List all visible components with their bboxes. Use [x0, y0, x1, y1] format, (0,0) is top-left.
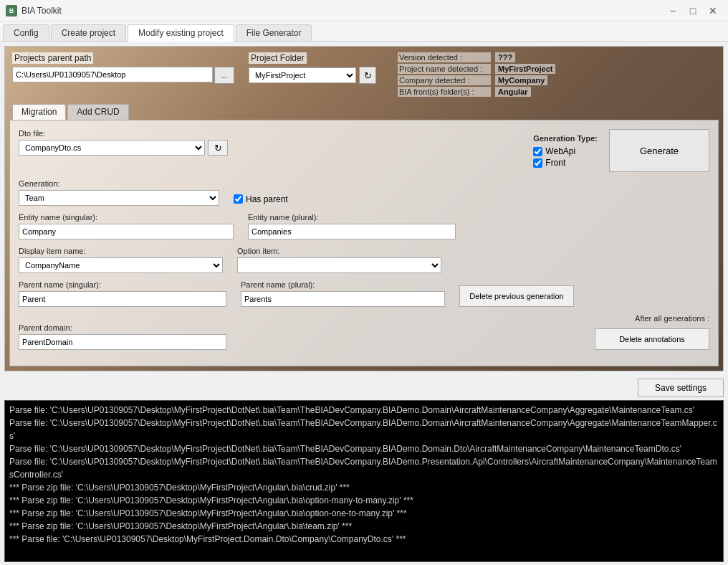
projects-parent-input[interactable] [12, 67, 213, 82]
log-line: *** Parse zip file: 'C:\Users\UP01309057… [9, 520, 719, 533]
after-all-label: After all generations : [635, 314, 709, 323]
parent-domain-group: Parent domain: [19, 323, 226, 350]
bottom-section: Save settings Parse file: 'C:\Users\UP01… [0, 376, 728, 565]
entity-singular-input[interactable] [19, 224, 234, 239]
parent-singular-input[interactable] [19, 291, 226, 307]
has-parent-label: Has parent [246, 194, 288, 204]
tab-config[interactable]: Config [3, 24, 49, 41]
front-row: Front [533, 158, 598, 168]
log-area: Parse file: 'C:\Users\UP01309057\Desktop… [4, 400, 724, 562]
option-item-select[interactable] [237, 257, 441, 273]
version-section: Version detected : ??? Project name dete… [398, 52, 555, 98]
tab-create-project[interactable]: Create project [51, 24, 126, 41]
front-label: Front [545, 158, 565, 168]
dto-row: CompanyDto.cs ↻ [19, 140, 228, 156]
version-detected-value: ??? [495, 52, 515, 62]
form-row-3: Entity name (singular): Entity name (plu… [19, 213, 709, 239]
projects-parent-section: Projects parent path ... [12, 52, 234, 84]
company-label: Company detected : [398, 75, 491, 85]
minimize-button[interactable]: − [664, 3, 682, 19]
log-line: Parse file: 'C:\Users\UP01309057\Desktop… [9, 442, 719, 455]
parent-plural-group: Parent name (plural): [241, 280, 445, 307]
webapi-checkbox[interactable] [533, 147, 542, 156]
webapi-label: WebApi [545, 146, 575, 156]
form-row-4: Display item name: CompanyName Option it… [19, 247, 709, 273]
top-row: Projects parent path ... Project Folder … [5, 47, 723, 101]
form-row-1: Dto file: CompanyDto.cs ↻ [19, 129, 709, 172]
gen-type-section: Generation Type: WebApi Front [533, 133, 598, 168]
parent-domain-label: Parent domain: [19, 323, 226, 332]
front-folder-row: BIA front(s) folder(s) : Angular [398, 87, 555, 97]
maximize-button[interactable]: □ [684, 3, 702, 19]
log-line: *** Parse zip file: 'C:\Users\UP01309057… [9, 494, 719, 507]
tab-modify-existing[interactable]: Modify existing project [128, 24, 234, 42]
main-content: Projects parent path ... Project Folder … [0, 42, 728, 565]
app-icon: B [6, 5, 17, 16]
log-line: *** Parse zip file: 'C:\Users\UP01309057… [9, 507, 719, 520]
project-panel: Projects parent path ... Project Folder … [4, 46, 724, 371]
save-settings-button[interactable]: Save settings [638, 379, 724, 397]
company-row: Company detected : MyCompany [398, 75, 555, 85]
project-name-row: Project name detected : MyFirstProject [398, 64, 555, 74]
save-row: Save settings [4, 379, 724, 397]
inner-tab-migration[interactable]: Migration [12, 104, 66, 120]
version-row: Version detected : ??? [398, 52, 555, 62]
window-controls: − □ ✕ [664, 3, 722, 19]
gen-type-group: Generation Type: WebApi Front [533, 129, 709, 172]
form-area: Dto file: CompanyDto.cs ↻ [9, 120, 719, 366]
parent-plural-input[interactable] [241, 291, 445, 307]
entity-plural-input[interactable] [248, 224, 456, 239]
close-button[interactable]: ✕ [704, 3, 722, 19]
inner-tab-add-crud[interactable]: Add CRUD [67, 104, 128, 120]
delete-annotations-button[interactable]: Delete annotations [595, 328, 709, 350]
dto-file-label: Dto file: [19, 129, 228, 138]
project-name-value: MyFirstProject [495, 64, 555, 74]
parent-plural-label: Parent name (plural): [241, 280, 445, 289]
front-folder-label: BIA front(s) folder(s) : [398, 87, 491, 97]
folder-row: MyFirstProject ↻ [249, 67, 376, 84]
form-row-2: Generation: Team Has parent [19, 179, 709, 206]
delete-prev-gen-button[interactable]: Delete previous generation [459, 285, 574, 307]
generation-label: Generation: [19, 179, 219, 188]
entity-plural-label: Entity name (plural): [248, 213, 456, 222]
generation-select[interactable]: Team [19, 190, 219, 206]
dto-file-group: Dto file: CompanyDto.cs ↻ [19, 129, 228, 156]
gen-type-label: Generation Type: [533, 134, 598, 143]
app-title: BIA Toolkit [21, 6, 62, 16]
parent-singular-group: Parent name (singular): [19, 280, 226, 307]
company-value: MyCompany [495, 75, 547, 85]
generate-button[interactable]: Generate [609, 129, 709, 172]
webapi-row: WebApi [533, 146, 598, 156]
parent-singular-label: Parent name (singular): [19, 280, 226, 289]
log-line: Parse file: 'C:\Users\UP01309057\Desktop… [9, 455, 719, 481]
projects-parent-label: Projects parent path [12, 52, 93, 64]
log-line: Parse file: 'C:\Users\UP01309057\Desktop… [9, 417, 719, 442]
front-checkbox[interactable] [533, 158, 542, 168]
dto-refresh-button[interactable]: ↻ [208, 140, 228, 156]
option-item-label: Option item: [237, 247, 441, 255]
main-tabs-bar: Config Create project Modify existing pr… [0, 22, 728, 42]
entity-plural-group: Entity name (plural): [248, 213, 456, 239]
generation-group: Generation: Team [19, 179, 219, 206]
option-item-group: Option item: [237, 247, 441, 273]
dto-file-select[interactable]: CompanyDto.cs [19, 140, 205, 156]
display-item-select[interactable]: CompanyName [19, 257, 223, 273]
log-line: *** Parse zip file: 'C:\Users\UP01309057… [9, 481, 719, 494]
log-line: Parse file: 'C:\Users\UP01309057\Desktop… [9, 404, 719, 417]
form-row-6: Parent domain: After all generations : D… [19, 314, 709, 350]
project-folder-select[interactable]: MyFirstProject [249, 67, 356, 83]
has-parent-checkbox[interactable] [234, 194, 243, 204]
project-folder-section: Project Folder MyFirstProject ↻ [249, 52, 376, 84]
front-folder-value: Angular [495, 87, 531, 97]
folder-refresh-button[interactable]: ↻ [359, 67, 376, 84]
browse-button[interactable]: ... [214, 67, 234, 84]
title-bar: B BIA Toolkit − □ ✕ [0, 0, 728, 22]
tab-file-generator[interactable]: File Generator [236, 24, 312, 41]
inner-tabs-bar: Migration Add CRUD [5, 101, 723, 120]
has-parent-row: Has parent [234, 194, 288, 204]
project-content-overlay: Projects parent path ... Project Folder … [5, 47, 723, 366]
entity-singular-group: Entity name (singular): [19, 213, 234, 239]
form-row-5: Parent name (singular): Parent name (plu… [19, 280, 709, 307]
right-actions: Delete previous generation [459, 285, 574, 307]
parent-domain-input[interactable] [19, 334, 226, 350]
